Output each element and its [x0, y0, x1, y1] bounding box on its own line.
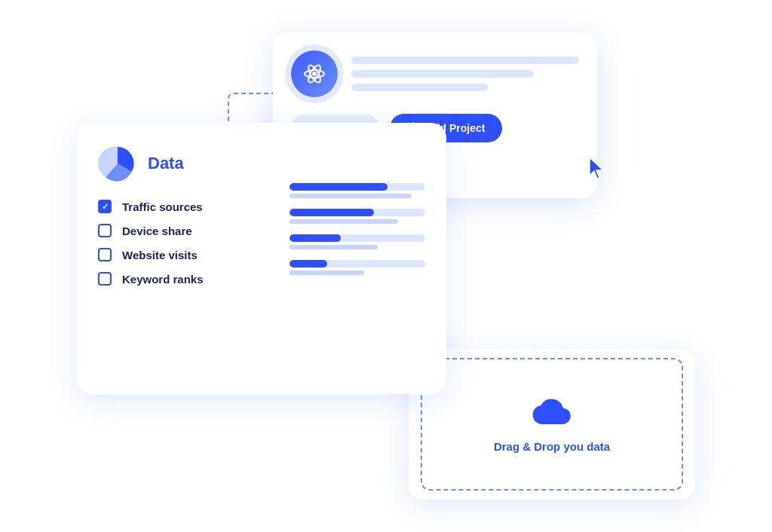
bar-bg-2	[290, 209, 425, 216]
bar-row-2	[290, 209, 425, 224]
bar-fill-4	[290, 260, 327, 268]
checkbox-traffic[interactable]	[98, 200, 112, 213]
card-drop-inner[interactable]: Drag & Drop you data	[421, 358, 683, 491]
bar-sub-1	[290, 194, 412, 198]
card-top-lines	[351, 50, 579, 97]
checkbox-website[interactable]	[98, 248, 112, 261]
bar-row-4	[290, 260, 425, 275]
checklist: Traffic sources Device share Website vis…	[98, 200, 264, 286]
cloud-upload-icon	[531, 396, 573, 430]
checklist-item-traffic[interactable]: Traffic sources	[98, 200, 264, 213]
card-data: Data Traffic sources Device share Websit…	[77, 123, 446, 394]
svg-point-0	[312, 72, 317, 76]
bar-bg-1	[290, 183, 425, 191]
checkbox-keyword[interactable]	[98, 272, 112, 286]
card-data-header: Data	[98, 144, 425, 183]
checklist-label-website: Website visits	[122, 249, 198, 261]
bar-bg-4	[290, 260, 425, 268]
integration-logo	[291, 50, 338, 97]
bar-fill-1	[290, 183, 388, 191]
bar-sub-4	[290, 271, 364, 275]
drop-label: Drag & Drop you data	[494, 440, 610, 453]
bar-bg-3	[290, 234, 425, 242]
bar-chart-section	[290, 183, 425, 275]
card-drop: Drag & Drop you data	[409, 349, 695, 500]
bar-sub-3	[290, 245, 378, 249]
checklist-label-traffic: Traffic sources	[122, 200, 203, 213]
checklist-label-keyword: Keyword ranks	[122, 273, 204, 286]
checklist-item-keyword[interactable]: Keyword ranks	[98, 272, 264, 286]
cursor	[587, 156, 608, 185]
bar-sub-2	[290, 219, 398, 224]
bar-fill-3	[290, 234, 341, 242]
pie-chart-icon	[98, 144, 137, 183]
checklist-item-website[interactable]: Website visits	[98, 248, 264, 261]
logo-icon	[302, 62, 326, 86]
line-bar-3	[351, 84, 488, 91]
bar-row-3	[290, 234, 425, 249]
scene: API Key Add Project	[77, 32, 695, 500]
card-data-title: Data	[148, 154, 184, 173]
checklist-item-device[interactable]: Device share	[98, 224, 264, 237]
bar-fill-2	[290, 209, 374, 216]
line-bar-2	[351, 70, 534, 78]
bar-row-1	[290, 183, 425, 198]
checkbox-device[interactable]	[98, 224, 112, 237]
checklist-label-device: Device share	[122, 225, 192, 237]
line-bar-1	[351, 57, 579, 64]
